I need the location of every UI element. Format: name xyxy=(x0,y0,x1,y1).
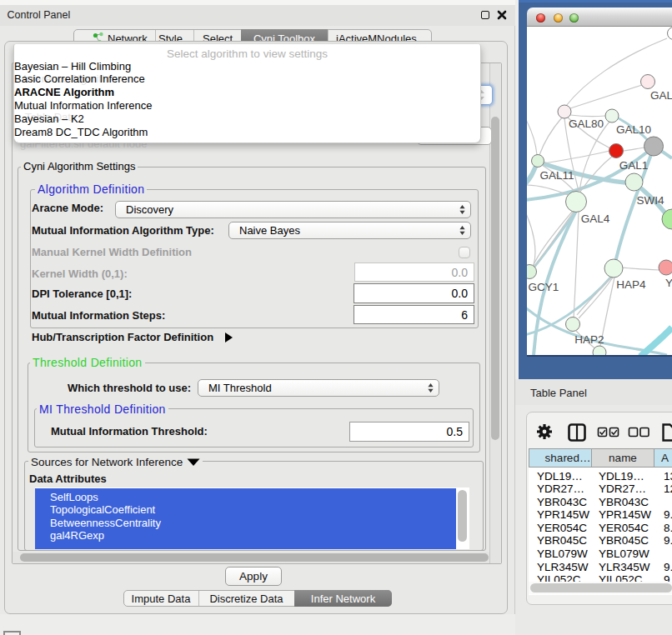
svg-text:HAP2: HAP2 xyxy=(574,333,604,346)
svg-text:GCY1: GCY1 xyxy=(529,281,559,293)
svg-text:GAL10: GAL10 xyxy=(616,123,651,136)
svg-text:GAL80: GAL80 xyxy=(569,118,604,130)
svg-text:YD: YD xyxy=(665,277,672,289)
svg-text:GAL11: GAL11 xyxy=(539,169,574,182)
svg-text:HAP4: HAP4 xyxy=(616,278,646,291)
svg-text:GAL4: GAL4 xyxy=(581,212,610,225)
svg-text:GAL7: GAL7 xyxy=(650,89,672,102)
svg-text:GAL1: GAL1 xyxy=(619,159,649,172)
svg-text:SWI4: SWI4 xyxy=(636,194,664,207)
